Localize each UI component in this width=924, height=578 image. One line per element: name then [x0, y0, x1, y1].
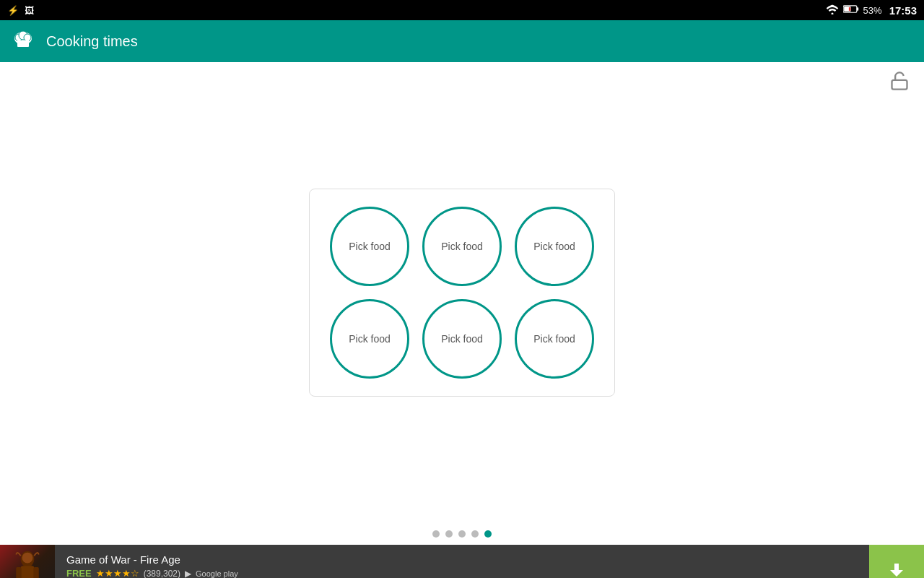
food-circle-1[interactable]: Pick food — [330, 207, 409, 286]
ad-free-label: FREE — [66, 568, 92, 578]
ad-thumbnail — [0, 545, 55, 578]
status-bar: ⚡ 🖼 53% 17:53 — [0, 0, 924, 20]
food-circle-6[interactable]: Pick food — [515, 299, 594, 379]
svg-point-9 — [24, 34, 31, 41]
ad-text-area: Game of War - Fire Age FREE ★★★★☆ (389,3… — [55, 548, 869, 578]
battery-icon — [843, 4, 859, 16]
food-circle-5[interactable]: Pick food — [422, 299, 502, 379]
svg-rect-4 — [848, 7, 850, 11]
ad-banner: Game of War - Fire Age FREE ★★★★☆ (389,3… — [0, 545, 924, 578]
svg-rect-3 — [856, 7, 858, 11]
battery-percent: 53% — [863, 5, 882, 16]
unlock-icon — [889, 71, 910, 91]
food-grid-card: Pick food Pick food Pick food Pick food … — [309, 189, 615, 397]
svg-rect-14 — [16, 567, 21, 578]
image-icon: 🖼 — [25, 5, 34, 16]
pagination-dot-5[interactable] — [484, 530, 492, 538]
status-left-icons: ⚡ 🖼 — [7, 5, 34, 16]
ad-title: Game of War - Fire Age — [66, 553, 858, 566]
download-icon — [884, 559, 910, 578]
food-circle-2[interactable]: Pick food — [422, 207, 502, 286]
pagination-dot-1[interactable] — [432, 530, 440, 538]
ad-download-button[interactable] — [869, 545, 924, 578]
pagination-dot-3[interactable] — [458, 530, 466, 538]
app-bar: Cooking times — [0, 20, 924, 62]
chef-hat-icon — [12, 28, 35, 54]
svg-rect-11 — [892, 80, 907, 90]
app-bar-title: Cooking times — [46, 33, 138, 50]
food-circle-4[interactable]: Pick food — [330, 299, 409, 379]
svg-rect-13 — [21, 566, 35, 578]
pagination-dot-2[interactable] — [445, 530, 453, 538]
lock-icon-container[interactable] — [889, 71, 910, 94]
status-right-info: 53% 17:53 — [826, 4, 917, 17]
food-circle-3[interactable]: Pick food — [515, 207, 594, 286]
ad-stars: ★★★★☆ — [96, 568, 139, 578]
googleplay-icon: ▶ — [185, 569, 191, 579]
svg-point-18 — [22, 552, 33, 563]
pagination — [0, 523, 924, 545]
ad-meta: FREE ★★★★☆ (389,302) ▶ Google play — [66, 568, 858, 578]
wifi-icon — [826, 4, 839, 17]
pagination-dot-4[interactable] — [471, 530, 479, 538]
main-content: Pick food Pick food Pick food Pick food … — [0, 62, 924, 523]
usb-icon: ⚡ — [7, 5, 19, 16]
clock: 17:53 — [889, 4, 917, 17]
ad-googleplay-label: Google play — [196, 569, 238, 578]
svg-rect-10 — [17, 40, 29, 45]
svg-point-0 — [831, 12, 833, 14]
svg-rect-15 — [33, 567, 38, 578]
ad-reviews: (389,302) — [144, 569, 180, 579]
